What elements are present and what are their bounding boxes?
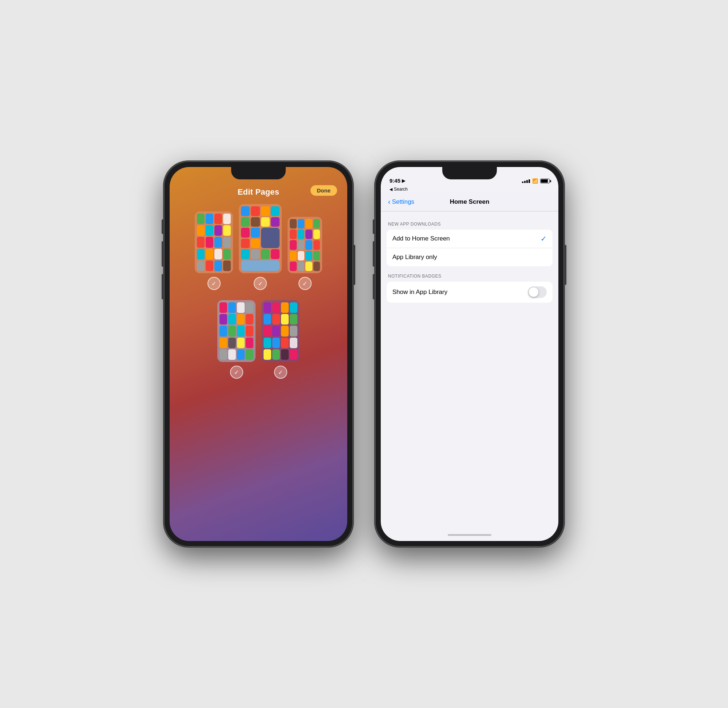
right-mute-button[interactable]: [373, 219, 375, 234]
location-icon: ▶: [402, 178, 405, 183]
page-preview-3: [288, 217, 322, 273]
status-icons: 📶: [522, 178, 550, 184]
page-thumb-1[interactable]: ✓: [195, 211, 233, 290]
left-screen: Edit Pages Done: [170, 167, 347, 541]
page-preview-5: [262, 300, 299, 362]
page-thumb-2[interactable]: ✓: [239, 204, 282, 290]
settings-group-downloads: Add to Home Screen ✓ App Library only: [387, 229, 552, 266]
right-volume-down-button[interactable]: [373, 274, 375, 299]
nav-title: Home Screen: [450, 198, 490, 206]
show-in-app-library-row[interactable]: Show in App Library: [387, 281, 552, 303]
battery-fill: [541, 179, 548, 183]
wifi-icon: 📶: [532, 178, 538, 184]
right-volume-up-button[interactable]: [373, 241, 375, 267]
page-preview-1: [195, 211, 233, 273]
right-phone: 9:45 ▶ 📶 ◀: [375, 161, 564, 547]
left-phone: Edit Pages Done: [164, 161, 353, 547]
home-indicator: [381, 529, 558, 541]
power-button[interactable]: [353, 245, 355, 285]
show-in-app-library-label: Show in App Library: [392, 289, 528, 296]
app-library-only-row[interactable]: App Library only: [387, 248, 552, 266]
add-to-home-screen-row[interactable]: Add to Home Screen ✓: [387, 229, 552, 248]
right-notch: [442, 167, 497, 179]
right-power-button[interactable]: [564, 245, 567, 285]
app-library-only-label: App Library only: [392, 254, 547, 261]
back-chevron-icon: ‹: [388, 197, 391, 206]
edit-pages-overlay: Edit Pages Done: [170, 167, 347, 541]
settings-content: NEW APP DOWNLOADS Add to Home Screen ✓ A…: [381, 211, 558, 529]
battery-icon: [540, 178, 550, 183]
page-preview-4: [217, 300, 256, 362]
show-in-app-library-toggle[interactable]: [528, 286, 547, 298]
notch: [231, 167, 286, 179]
settings-group-badges: Show in App Library: [387, 281, 552, 303]
section-label-new-app: NEW APP DOWNLOADS: [381, 222, 558, 229]
page-preview-2: [239, 204, 282, 273]
signal-icon: [522, 179, 530, 183]
page-check-5[interactable]: ✓: [274, 366, 287, 379]
back-label: Settings: [392, 198, 414, 206]
toggle-knob: [529, 287, 538, 297]
status-time: 9:45: [389, 177, 400, 184]
search-hint-label: Search: [394, 187, 408, 192]
settings-screen: 9:45 ▶ 📶 ◀: [381, 167, 558, 541]
page-check-2[interactable]: ✓: [254, 277, 267, 290]
nav-bar: ‹ Settings Home Screen: [381, 193, 558, 211]
pages-row-top: ✓: [195, 204, 322, 290]
add-to-home-screen-label: Add to Home Screen: [392, 235, 541, 242]
volume-down-button[interactable]: [161, 274, 164, 299]
page-thumb-3[interactable]: ✓: [288, 217, 322, 290]
pages-grid: ✓: [195, 204, 322, 379]
pages-row-bottom: ✓: [217, 300, 299, 379]
checkmark-icon: ✓: [541, 234, 547, 243]
edit-pages-title: Edit Pages: [238, 187, 279, 197]
right-screen: 9:45 ▶ 📶 ◀: [381, 167, 558, 541]
volume-up-button[interactable]: [161, 241, 164, 267]
mute-button[interactable]: [161, 219, 164, 234]
done-button[interactable]: Done: [311, 185, 337, 196]
page-check-3[interactable]: ✓: [298, 277, 312, 290]
home-bar: [448, 534, 491, 536]
search-arrow-icon: ◀: [389, 187, 392, 192]
search-hint: ◀ Search: [381, 187, 558, 193]
back-button[interactable]: ‹ Settings: [388, 197, 414, 206]
section-label-badges: NOTIFICATION BADGES: [381, 274, 558, 281]
page-thumb-4[interactable]: ✓: [217, 300, 256, 379]
page-check-1[interactable]: ✓: [208, 277, 221, 290]
page-check-4[interactable]: ✓: [230, 366, 243, 379]
page-thumb-5[interactable]: ✓: [262, 300, 299, 379]
